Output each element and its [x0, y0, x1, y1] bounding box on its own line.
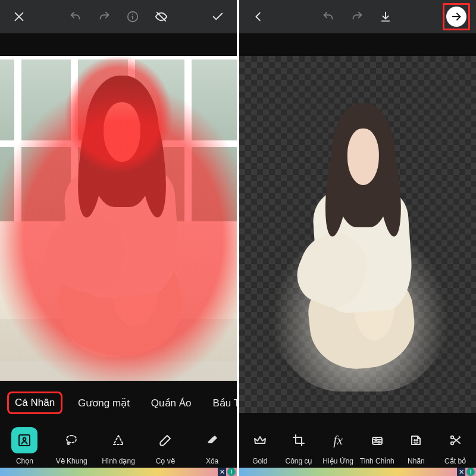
crop-icon	[286, 427, 312, 453]
chip-guong-mat[interactable]: Gương mặt	[72, 393, 136, 413]
eraser-icon	[199, 427, 226, 453]
redo-icon[interactable]	[91, 4, 117, 30]
tool-brush[interactable]: Cọ vẽ	[147, 427, 184, 465]
sliders-icon	[364, 427, 390, 453]
confirm-icon[interactable]	[205, 4, 231, 30]
tool-cutout[interactable]: Cắt bỏ	[437, 427, 474, 465]
download-icon[interactable]	[372, 4, 399, 30]
triangle-dashed-icon	[105, 427, 131, 453]
topbar-right	[239, 0, 476, 33]
toolbar-left: Chọn Vẽ Khung Hình dạng Cọ vẽ Xóa	[0, 418, 237, 468]
chip-bau-troi[interactable]: Bầu Trờ	[207, 393, 237, 413]
photo-cutout-transparent	[239, 56, 476, 413]
ad-info-icon[interactable]: i	[227, 468, 236, 476]
selection-mask-overlay	[0, 56, 237, 381]
svg-point-2	[23, 438, 26, 441]
lasso-icon	[58, 427, 84, 453]
screen-right-editor: Gold Công cụ fx Hiệu Ứng Tinh Chỉnh Nhãn	[239, 0, 476, 476]
tool-label: Hình dạng	[102, 457, 135, 465]
chip-quan-ao[interactable]: Quần Áo	[145, 393, 198, 413]
tool-crop[interactable]: Công cụ	[280, 427, 317, 465]
brush-icon	[152, 427, 178, 453]
close-icon[interactable]	[6, 4, 32, 30]
redo-icon[interactable]	[344, 4, 370, 30]
tool-label: Xóa	[206, 457, 218, 465]
photo-with-red-mask	[0, 56, 237, 381]
person-select-icon	[11, 427, 37, 453]
svg-point-6	[414, 440, 415, 441]
toolbar-right: Gold Công cụ fx Hiệu Ứng Tinh Chỉnh Nhãn	[239, 418, 476, 468]
ad-banner-right[interactable]: ✕ i	[239, 468, 476, 476]
tool-erase[interactable]: Xóa	[194, 427, 231, 465]
ad-close-icon[interactable]: ✕	[457, 468, 465, 476]
tool-label: Hiệu Ứng	[322, 457, 353, 465]
tool-label: Nhãn	[408, 457, 425, 465]
tool-label: Cọ vẽ	[156, 457, 175, 465]
tool-select[interactable]: Chọn	[6, 427, 43, 465]
tool-label: Công cụ	[285, 457, 312, 465]
tool-outline[interactable]: Vẽ Khung	[53, 427, 90, 465]
info-icon[interactable]	[120, 4, 146, 30]
scissors-magic-icon	[442, 427, 468, 453]
tool-adjust[interactable]: Tinh Chỉnh	[359, 427, 396, 465]
svg-point-7	[416, 440, 418, 441]
tool-fx[interactable]: fx Hiệu Ứng	[320, 427, 356, 465]
tool-label: Cắt bỏ	[444, 457, 466, 465]
sticker-icon	[403, 427, 429, 453]
canvas-right[interactable]	[239, 33, 476, 418]
back-icon[interactable]	[245, 4, 271, 30]
screen-left-editor: Cá Nhân Gương mặt Quần Áo Bầu Trờ Chọn V…	[0, 0, 237, 476]
fx-icon: fx	[325, 427, 351, 453]
chip-ca-nhan[interactable]: Cá Nhân	[7, 392, 62, 414]
ad-info-icon[interactable]: i	[466, 468, 475, 476]
undo-icon[interactable]	[62, 4, 89, 30]
tool-sticker[interactable]: Nhãn	[397, 427, 434, 465]
undo-icon[interactable]	[315, 4, 342, 30]
tool-label: Gold	[252, 457, 267, 465]
next-arrow-icon	[446, 7, 466, 27]
svg-rect-3	[372, 437, 382, 444]
selection-category-chips: Cá Nhân Gương mặt Quần Áo Bầu Trờ	[0, 386, 237, 418]
tool-label: Vẽ Khung	[56, 457, 87, 465]
ad-close-icon[interactable]: ✕	[218, 468, 226, 476]
topbar-left	[0, 0, 237, 33]
tool-shape[interactable]: Hình dạng	[100, 427, 137, 465]
next-button[interactable]	[443, 3, 470, 30]
canvas-left[interactable]	[0, 33, 237, 386]
tool-gold[interactable]: Gold	[242, 427, 278, 465]
ad-banner-left[interactable]: ✕ i	[0, 468, 237, 476]
crown-icon	[247, 427, 273, 453]
preview-icon[interactable]	[148, 4, 174, 30]
tool-label: Tinh Chỉnh	[360, 457, 394, 465]
tool-label: Chọn	[16, 457, 33, 465]
